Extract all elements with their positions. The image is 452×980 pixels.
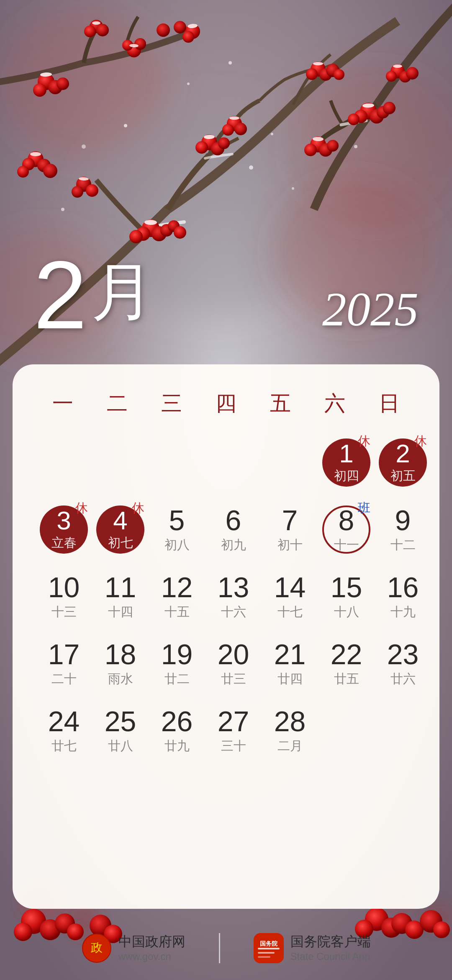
calendar-card: 一 二 三 四 五 六 日 休 1 初四 休 2 初五 bbox=[13, 364, 439, 909]
svg-point-8 bbox=[182, 31, 194, 43]
svg-point-79 bbox=[354, 145, 357, 148]
day-20: 20 廿三 bbox=[205, 631, 262, 698]
logo-gov: 政 中国政府网 www.gov.cn bbox=[82, 933, 185, 963]
month-char: 月 bbox=[91, 250, 154, 335]
weekday-thu: 四 bbox=[199, 383, 253, 424]
day-15-lunar: 十八 bbox=[334, 603, 359, 621]
day-3-lunar: 立春 bbox=[51, 534, 77, 552]
day-16-num: 16 bbox=[387, 573, 419, 601]
svg-point-30 bbox=[72, 186, 83, 198]
day-5: 5 初八 bbox=[149, 497, 205, 564]
day-17: 17 二十 bbox=[36, 631, 92, 698]
svg-point-22 bbox=[56, 77, 69, 90]
svg-text:政: 政 bbox=[91, 941, 103, 954]
svg-point-15 bbox=[96, 24, 109, 36]
day-1: 休 1 初四 bbox=[318, 430, 375, 497]
day-2-num: 2 bbox=[396, 441, 410, 467]
day-23: 23 廿六 bbox=[375, 631, 431, 698]
day-18: 18 雨水 bbox=[92, 631, 149, 698]
day-7-num: 7 bbox=[282, 506, 298, 534]
gov-name: 中国政府网 bbox=[118, 934, 185, 949]
svg-point-36 bbox=[195, 141, 208, 154]
day-1-num: 1 bbox=[339, 441, 353, 467]
svg-point-60 bbox=[348, 113, 360, 125]
svg-rect-107 bbox=[258, 956, 270, 958]
weekday-sun: 日 bbox=[362, 383, 416, 424]
day-19: 19 廿二 bbox=[149, 631, 205, 698]
svg-point-65 bbox=[406, 67, 419, 80]
month-number: 2 bbox=[33, 247, 87, 343]
year-number: 2025 bbox=[322, 282, 419, 337]
day-16: 16 十九 bbox=[375, 564, 431, 631]
app-sub: State Council App bbox=[290, 950, 371, 963]
day-8-num: 8 bbox=[339, 506, 354, 534]
svg-point-27 bbox=[17, 166, 29, 178]
day-13-lunar: 十六 bbox=[221, 603, 246, 621]
svg-point-74 bbox=[124, 124, 127, 127]
svg-point-18 bbox=[92, 21, 100, 25]
svg-point-70 bbox=[313, 62, 323, 65]
day-23-lunar: 廿六 bbox=[390, 671, 416, 688]
day-7: 7 初十 bbox=[262, 497, 318, 564]
weekday-header: 一 二 三 四 五 六 日 bbox=[36, 383, 416, 424]
svg-point-76 bbox=[249, 165, 253, 170]
svg-point-11 bbox=[134, 38, 146, 50]
app-text: 国务院客户端 State Council App bbox=[290, 934, 371, 963]
day-7-lunar: 初十 bbox=[277, 536, 303, 554]
svg-text:国务院: 国务院 bbox=[260, 940, 278, 947]
svg-rect-105 bbox=[258, 948, 280, 949]
month-year-header: 2 月 2025 bbox=[0, 247, 452, 343]
day-4-lunar: 初七 bbox=[108, 534, 133, 552]
day-14: 14 十七 bbox=[262, 564, 318, 631]
day-21: 21 廿四 bbox=[262, 631, 318, 698]
svg-point-82 bbox=[271, 133, 273, 135]
day-25-num: 25 bbox=[105, 707, 136, 735]
day-25-lunar: 廿八 bbox=[108, 738, 133, 755]
day-16-lunar: 十九 bbox=[390, 603, 416, 621]
day-18-lunar: 雨水 bbox=[108, 671, 133, 688]
day-3-num: 3 bbox=[56, 508, 71, 534]
day-12-lunar: 十五 bbox=[164, 603, 190, 621]
svg-point-37 bbox=[218, 137, 230, 149]
weekday-tue: 二 bbox=[90, 383, 144, 424]
day-24: 24 廿七 bbox=[36, 698, 92, 765]
day-15-num: 15 bbox=[331, 573, 362, 601]
day-12: 12 十五 bbox=[149, 564, 205, 631]
svg-point-72 bbox=[393, 64, 402, 68]
svg-point-45 bbox=[129, 230, 143, 243]
day-3: 休 3 立春 bbox=[36, 497, 92, 564]
gov-icon: 政 bbox=[82, 933, 112, 963]
svg-point-40 bbox=[222, 124, 234, 136]
day-2: 休 2 初五 bbox=[375, 430, 431, 497]
svg-point-69 bbox=[327, 140, 339, 152]
day-13: 13 十六 bbox=[205, 564, 262, 631]
footer: 政 中国政府网 www.gov.cn 国务院 国务院客户端 State Coun… bbox=[0, 933, 452, 963]
day-8-lunar: 十一 bbox=[334, 536, 359, 554]
svg-point-14 bbox=[84, 26, 96, 37]
svg-point-9 bbox=[157, 23, 170, 37]
svg-point-39 bbox=[234, 123, 247, 135]
svg-point-61 bbox=[383, 102, 396, 114]
svg-point-49 bbox=[229, 116, 239, 120]
app-name: 国务院客户端 bbox=[290, 934, 371, 949]
svg-point-47 bbox=[174, 226, 186, 239]
day-4: 休 4 初七 bbox=[92, 497, 149, 564]
day-17-lunar: 二十 bbox=[51, 671, 77, 688]
day-15: 15 十八 bbox=[318, 564, 375, 631]
svg-point-68 bbox=[304, 144, 317, 156]
day-10: 10 十三 bbox=[36, 564, 92, 631]
day-8: 班 8 十一 bbox=[318, 497, 375, 564]
day-28: 28 二月 bbox=[262, 698, 318, 765]
day-22-num: 22 bbox=[331, 640, 362, 668]
day-17-num: 17 bbox=[48, 640, 80, 668]
weekday-fri: 五 bbox=[253, 383, 308, 424]
svg-point-7 bbox=[174, 21, 186, 34]
weekday-wed: 三 bbox=[144, 383, 199, 424]
svg-point-77 bbox=[61, 208, 64, 211]
day-20-lunar: 廿三 bbox=[221, 671, 246, 688]
day-27: 27 三十 bbox=[205, 698, 262, 765]
day-26-lunar: 廿九 bbox=[164, 738, 190, 755]
day-14-lunar: 十七 bbox=[277, 603, 303, 621]
day-27-lunar: 三十 bbox=[221, 738, 246, 755]
day-20-num: 20 bbox=[218, 640, 249, 668]
